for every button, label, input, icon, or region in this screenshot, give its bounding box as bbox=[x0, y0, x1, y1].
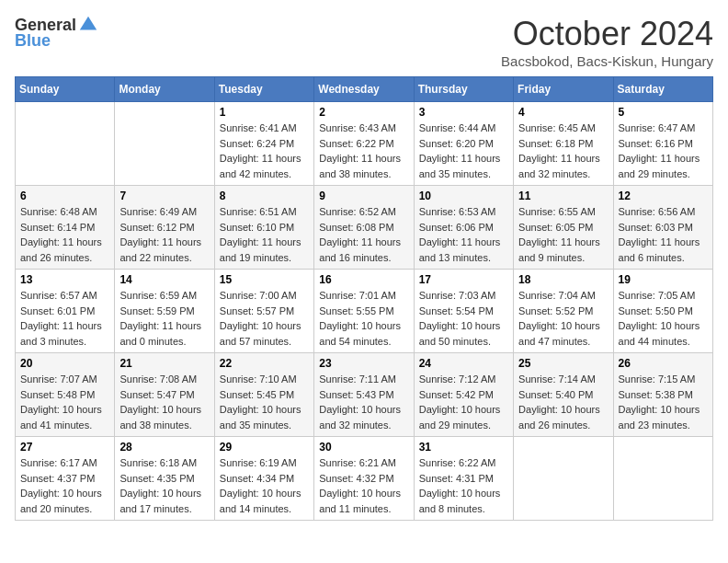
day-number: 3 bbox=[419, 106, 508, 119]
day-info: Sunrise: 7:10 AMSunset: 5:45 PMDaylight:… bbox=[220, 372, 309, 432]
day-number: 31 bbox=[419, 441, 508, 454]
calendar-cell: 19Sunrise: 7:05 AMSunset: 5:50 PMDayligh… bbox=[613, 270, 712, 353]
day-number: 14 bbox=[119, 273, 209, 286]
column-header-wednesday: Wednesday bbox=[314, 77, 414, 102]
day-info: Sunrise: 6:41 AMSunset: 6:24 PMDaylight:… bbox=[220, 121, 309, 181]
day-info: Sunrise: 6:21 AMSunset: 4:32 PMDaylight:… bbox=[319, 455, 408, 516]
day-info: Sunrise: 6:55 AMSunset: 6:05 PMDaylight:… bbox=[518, 204, 608, 265]
calendar-cell: 12Sunrise: 6:56 AMSunset: 6:03 PMDayligh… bbox=[613, 186, 712, 270]
column-header-tuesday: Tuesday bbox=[214, 77, 313, 102]
calendar-cell: 11Sunrise: 6:55 AMSunset: 6:05 PMDayligh… bbox=[514, 186, 613, 270]
location: Bacsbokod, Bacs-Kiskun, Hungary bbox=[501, 53, 713, 69]
day-info: Sunrise: 6:52 AMSunset: 6:08 PMDaylight:… bbox=[319, 204, 408, 265]
column-header-thursday: Thursday bbox=[414, 77, 513, 102]
day-info: Sunrise: 7:03 AMSunset: 5:54 PMDaylight:… bbox=[419, 288, 508, 349]
calendar-cell: 22Sunrise: 7:10 AMSunset: 5:45 PMDayligh… bbox=[214, 353, 313, 437]
calendar-cell: 30Sunrise: 6:21 AMSunset: 4:32 PMDayligh… bbox=[314, 437, 414, 521]
calendar-cell: 31Sunrise: 6:22 AMSunset: 4:31 PMDayligh… bbox=[414, 437, 513, 521]
day-info: Sunrise: 6:47 AMSunset: 6:16 PMDaylight:… bbox=[619, 121, 708, 181]
day-number: 7 bbox=[119, 190, 209, 202]
day-info: Sunrise: 6:59 AMSunset: 5:59 PMDaylight:… bbox=[119, 288, 209, 349]
logo-icon bbox=[78, 15, 98, 35]
calendar-week-5: 27Sunrise: 6:17 AMSunset: 4:37 PMDayligh… bbox=[16, 437, 713, 521]
calendar-cell: 9Sunrise: 6:52 AMSunset: 6:08 PMDaylight… bbox=[314, 186, 414, 270]
day-info: Sunrise: 7:04 AMSunset: 5:52 PMDaylight:… bbox=[518, 288, 608, 349]
day-number: 27 bbox=[20, 441, 109, 454]
day-info: Sunrise: 6:53 AMSunset: 6:06 PMDaylight:… bbox=[419, 204, 508, 265]
day-number: 25 bbox=[518, 357, 608, 370]
calendar-cell: 28Sunrise: 6:18 AMSunset: 4:35 PMDayligh… bbox=[115, 437, 214, 521]
day-number: 21 bbox=[119, 357, 209, 370]
calendar-cell: 27Sunrise: 6:17 AMSunset: 4:37 PMDayligh… bbox=[16, 437, 115, 521]
calendar-header-row: SundayMondayTuesdayWednesdayThursdayFrid… bbox=[16, 77, 713, 102]
day-number: 2 bbox=[319, 106, 408, 119]
day-info: Sunrise: 7:01 AMSunset: 5:55 PMDaylight:… bbox=[319, 288, 408, 349]
page-header: General Blue October 2024 Bacsbokod, Bac… bbox=[15, 15, 713, 69]
day-number: 13 bbox=[20, 273, 109, 286]
day-info: Sunrise: 6:17 AMSunset: 4:37 PMDaylight:… bbox=[20, 455, 109, 516]
day-info: Sunrise: 6:44 AMSunset: 6:20 PMDaylight:… bbox=[419, 121, 508, 181]
day-number: 4 bbox=[518, 106, 608, 119]
calendar-cell: 3Sunrise: 6:44 AMSunset: 6:20 PMDaylight… bbox=[414, 102, 513, 186]
calendar-cell: 1Sunrise: 6:41 AMSunset: 6:24 PMDaylight… bbox=[214, 102, 313, 186]
day-number: 15 bbox=[220, 273, 309, 286]
calendar-cell: 23Sunrise: 7:11 AMSunset: 5:43 PMDayligh… bbox=[314, 353, 414, 437]
day-number: 5 bbox=[619, 106, 708, 119]
day-info: Sunrise: 6:49 AMSunset: 6:12 PMDaylight:… bbox=[119, 204, 209, 265]
column-header-friday: Friday bbox=[514, 77, 613, 102]
calendar-cell: 6Sunrise: 6:48 AMSunset: 6:14 PMDaylight… bbox=[16, 186, 115, 270]
day-info: Sunrise: 6:22 AMSunset: 4:31 PMDaylight:… bbox=[419, 455, 508, 516]
day-info: Sunrise: 7:15 AMSunset: 5:38 PMDaylight:… bbox=[619, 372, 708, 432]
calendar-cell: 14Sunrise: 6:59 AMSunset: 5:59 PMDayligh… bbox=[115, 270, 214, 353]
calendar-cell: 13Sunrise: 6:57 AMSunset: 6:01 PMDayligh… bbox=[16, 270, 115, 353]
day-number: 19 bbox=[619, 273, 708, 286]
calendar-table: SundayMondayTuesdayWednesdayThursdayFrid… bbox=[15, 76, 713, 521]
calendar-cell: 24Sunrise: 7:12 AMSunset: 5:42 PMDayligh… bbox=[414, 353, 513, 437]
calendar-cell: 16Sunrise: 7:01 AMSunset: 5:55 PMDayligh… bbox=[314, 270, 414, 353]
day-number: 10 bbox=[419, 190, 508, 202]
logo: General Blue bbox=[15, 15, 98, 51]
calendar-cell: 21Sunrise: 7:08 AMSunset: 5:47 PMDayligh… bbox=[115, 353, 214, 437]
calendar-week-3: 13Sunrise: 6:57 AMSunset: 6:01 PMDayligh… bbox=[16, 270, 713, 353]
day-number: 1 bbox=[220, 106, 309, 119]
day-number: 30 bbox=[319, 441, 408, 454]
day-info: Sunrise: 6:19 AMSunset: 4:34 PMDaylight:… bbox=[220, 455, 309, 516]
calendar-cell bbox=[16, 102, 115, 186]
svg-marker-0 bbox=[80, 17, 97, 30]
calendar-cell: 29Sunrise: 6:19 AMSunset: 4:34 PMDayligh… bbox=[214, 437, 313, 521]
calendar-cell bbox=[514, 437, 613, 521]
month-title: October 2024 bbox=[501, 15, 713, 53]
calendar-cell: 25Sunrise: 7:14 AMSunset: 5:40 PMDayligh… bbox=[514, 353, 613, 437]
calendar-cell: 15Sunrise: 7:00 AMSunset: 5:57 PMDayligh… bbox=[214, 270, 313, 353]
calendar-cell: 20Sunrise: 7:07 AMSunset: 5:48 PMDayligh… bbox=[16, 353, 115, 437]
calendar-cell: 7Sunrise: 6:49 AMSunset: 6:12 PMDaylight… bbox=[115, 186, 214, 270]
day-info: Sunrise: 6:45 AMSunset: 6:18 PMDaylight:… bbox=[518, 121, 608, 181]
day-number: 8 bbox=[220, 190, 309, 202]
day-number: 23 bbox=[319, 357, 408, 370]
calendar-week-2: 6Sunrise: 6:48 AMSunset: 6:14 PMDaylight… bbox=[16, 186, 713, 270]
calendar-cell: 5Sunrise: 6:47 AMSunset: 6:16 PMDaylight… bbox=[613, 102, 712, 186]
day-number: 26 bbox=[619, 357, 708, 370]
day-info: Sunrise: 7:14 AMSunset: 5:40 PMDaylight:… bbox=[518, 372, 608, 432]
day-info: Sunrise: 7:05 AMSunset: 5:50 PMDaylight:… bbox=[619, 288, 708, 349]
day-number: 16 bbox=[319, 273, 408, 286]
day-info: Sunrise: 6:48 AMSunset: 6:14 PMDaylight:… bbox=[20, 204, 109, 265]
calendar-cell: 17Sunrise: 7:03 AMSunset: 5:54 PMDayligh… bbox=[414, 270, 513, 353]
logo-blue-text: Blue bbox=[15, 31, 51, 51]
day-info: Sunrise: 7:12 AMSunset: 5:42 PMDaylight:… bbox=[419, 372, 508, 432]
calendar-cell: 2Sunrise: 6:43 AMSunset: 6:22 PMDaylight… bbox=[314, 102, 414, 186]
calendar-week-4: 20Sunrise: 7:07 AMSunset: 5:48 PMDayligh… bbox=[16, 353, 713, 437]
day-number: 20 bbox=[20, 357, 109, 370]
day-number: 12 bbox=[619, 190, 708, 202]
day-info: Sunrise: 6:18 AMSunset: 4:35 PMDaylight:… bbox=[119, 455, 209, 516]
day-info: Sunrise: 6:56 AMSunset: 6:03 PMDaylight:… bbox=[619, 204, 708, 265]
day-info: Sunrise: 6:57 AMSunset: 6:01 PMDaylight:… bbox=[20, 288, 109, 349]
calendar-cell bbox=[115, 102, 214, 186]
day-info: Sunrise: 7:08 AMSunset: 5:47 PMDaylight:… bbox=[119, 372, 209, 432]
day-number: 28 bbox=[119, 441, 209, 454]
day-number: 17 bbox=[419, 273, 508, 286]
day-number: 18 bbox=[518, 273, 608, 286]
day-info: Sunrise: 6:43 AMSunset: 6:22 PMDaylight:… bbox=[319, 121, 408, 181]
column-header-sunday: Sunday bbox=[16, 77, 115, 102]
day-info: Sunrise: 7:07 AMSunset: 5:48 PMDaylight:… bbox=[20, 372, 109, 432]
